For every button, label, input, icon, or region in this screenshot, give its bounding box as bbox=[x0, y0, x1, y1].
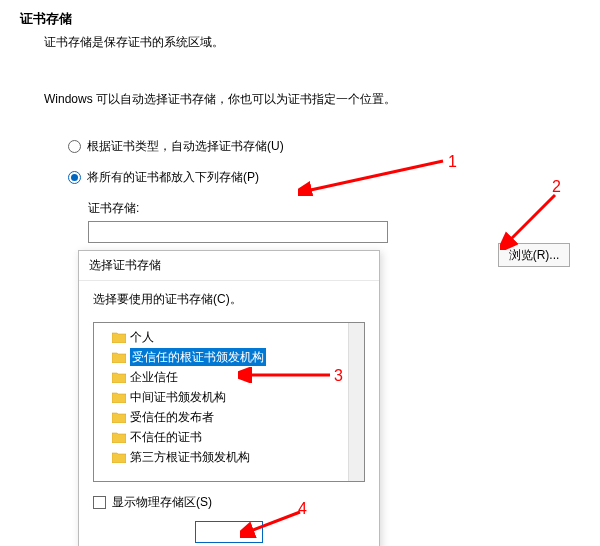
tree-item[interactable]: 不信任的证书 bbox=[94, 427, 364, 447]
store-input[interactable] bbox=[88, 221, 388, 243]
tree-item[interactable]: 受信任的根证书颁发机构 bbox=[94, 347, 364, 367]
folder-icon bbox=[112, 432, 126, 443]
dialog-description: 选择要使用的证书存储(C)。 bbox=[93, 291, 365, 308]
tree-item[interactable]: 受信任的发布者 bbox=[94, 407, 364, 427]
tree-item-label: 中间证书颁发机构 bbox=[130, 388, 226, 406]
wizard-description: Windows 可以自动选择证书存储，你也可以为证书指定一个位置。 bbox=[44, 91, 580, 108]
tree-item[interactable]: 中间证书颁发机构 bbox=[94, 387, 364, 407]
folder-icon bbox=[112, 392, 126, 403]
store-label: 证书存储: bbox=[88, 200, 580, 217]
wizard-title: 证书存储 bbox=[20, 10, 580, 28]
checkbox-icon bbox=[93, 496, 106, 509]
dialog-title: 选择证书存储 bbox=[79, 251, 379, 281]
store-input-row bbox=[88, 221, 580, 243]
tree-item[interactable]: 个人 bbox=[94, 327, 364, 347]
tree-item-label: 企业信任 bbox=[130, 368, 178, 386]
radio-icon bbox=[68, 171, 81, 184]
store-radio-group: 根据证书类型，自动选择证书存储(U) 将所有的证书都放入下列存储(P) bbox=[68, 138, 580, 186]
radio-icon bbox=[68, 140, 81, 153]
tree-item-label: 受信任的根证书颁发机构 bbox=[130, 348, 266, 366]
radio-place-all[interactable]: 将所有的证书都放入下列存储(P) bbox=[68, 169, 580, 186]
folder-icon bbox=[112, 352, 126, 363]
certificate-store-wizard: 证书存储 证书存储是保存证书的系统区域。 Windows 可以自动选择证书存储，… bbox=[0, 0, 600, 253]
folder-icon bbox=[112, 452, 126, 463]
folder-icon bbox=[112, 412, 126, 423]
folder-icon bbox=[112, 332, 126, 343]
tree-item[interactable]: 企业信任 bbox=[94, 367, 364, 387]
radio-auto-select[interactable]: 根据证书类型，自动选择证书存储(U) bbox=[68, 138, 580, 155]
tree-item-label: 个人 bbox=[130, 328, 154, 346]
radio-place-label: 将所有的证书都放入下列存储(P) bbox=[87, 169, 259, 186]
tree-item[interactable]: 第三方根证书颁发机构 bbox=[94, 447, 364, 467]
radio-auto-label: 根据证书类型，自动选择证书存储(U) bbox=[87, 138, 284, 155]
show-physical-checkbox[interactable]: 显示物理存储区(S) bbox=[93, 494, 365, 511]
store-tree[interactable]: 个人受信任的根证书颁发机构企业信任中间证书颁发机构受信任的发布者不信任的证书第三… bbox=[93, 322, 365, 482]
checkbox-label: 显示物理存储区(S) bbox=[112, 494, 212, 511]
wizard-subtitle: 证书存储是保存证书的系统区域。 bbox=[44, 34, 580, 51]
tree-item-label: 第三方根证书颁发机构 bbox=[130, 448, 250, 466]
select-store-dialog: 选择证书存储 选择要使用的证书存储(C)。 个人受信任的根证书颁发机构企业信任中… bbox=[78, 250, 380, 546]
folder-icon bbox=[112, 372, 126, 383]
ok-button[interactable] bbox=[195, 521, 263, 543]
browse-button[interactable]: 浏览(R)... bbox=[498, 243, 570, 267]
tree-item-label: 受信任的发布者 bbox=[130, 408, 214, 426]
scrollbar[interactable] bbox=[348, 323, 364, 481]
tree-item-label: 不信任的证书 bbox=[130, 428, 202, 446]
